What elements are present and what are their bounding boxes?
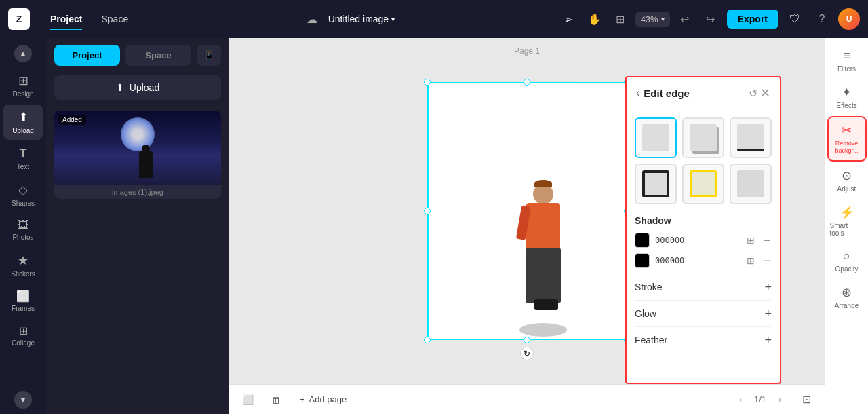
sidebar-item-design[interactable]: ⊞ Design	[3, 68, 43, 103]
sidebar-label-collage: Collage	[12, 339, 35, 347]
page-navigation: ‹ 1/1 ›	[732, 392, 788, 408]
effects-icon: ✦	[842, 85, 852, 100]
rs-item-filters[interactable]: ≡ Filters	[827, 43, 867, 78]
collage-icon: ⊞	[19, 324, 28, 337]
select-tool[interactable]: ➢	[558, 8, 580, 30]
rs-item-smart-tools[interactable]: ⚡ Smart tools	[827, 200, 867, 242]
document-name[interactable]: Untitled image ▾	[328, 14, 395, 24]
topbar-right: Export 🛡 ? U	[727, 8, 860, 30]
sidebar-label-stickers: Stickers	[11, 270, 35, 278]
feather-add-btn[interactable]: +	[764, 334, 772, 346]
rs-item-adjust[interactable]: ⊙ Adjust	[827, 163, 867, 198]
feather-label: Feather	[635, 335, 667, 345]
rs-label-opacity: Opacity	[835, 265, 859, 273]
edge-style-gray[interactable]	[730, 164, 772, 204]
edge-style-shadow[interactable]	[682, 117, 724, 158]
frame-tool[interactable]: ⊞	[610, 8, 631, 30]
edit-edge-close-btn[interactable]: ✕	[760, 86, 770, 100]
sidebar-item-upload[interactable]: ⬆ Upload	[3, 105, 43, 140]
next-page-btn[interactable]: ›	[772, 392, 788, 408]
figure-shadow	[519, 323, 567, 337]
handle-top-left[interactable]	[424, 79, 431, 86]
handle-mid-bottom[interactable]	[524, 337, 530, 343]
page-indicator: 1/1	[754, 394, 766, 404]
rs-item-arrange[interactable]: ⊛ Arrange	[827, 280, 867, 315]
add-page-icon: +	[300, 394, 305, 404]
rs-item-effects[interactable]: ✦ Effects	[827, 79, 867, 115]
edit-edge-header: ‹ Edit edge ↺ ✕	[627, 77, 780, 109]
pages-view-btn[interactable]: ⬜	[237, 390, 258, 410]
handle-bottom-left[interactable]	[424, 337, 431, 343]
glow-add-btn[interactable]: +	[764, 307, 772, 320]
sidebar-item-stickers[interactable]: ★ Stickers	[3, 248, 43, 283]
edit-edge-title: Edit edge	[644, 88, 746, 99]
edge-style-bold-border[interactable]	[635, 164, 677, 204]
handle-mid-top[interactable]	[524, 79, 530, 86]
sidebar-label-shapes: Shapes	[12, 200, 35, 207]
edge-style-plain[interactable]	[635, 117, 677, 158]
shadow-remove-btn-1[interactable]: −	[762, 233, 772, 248]
rs-item-opacity[interactable]: ○ Opacity	[827, 244, 867, 278]
sidebar-item-text[interactable]: T Text	[3, 141, 43, 176]
panel-tab-space[interactable]: Space	[125, 45, 191, 66]
shield-icon[interactable]: 🛡	[784, 8, 806, 30]
sidebar-item-photos[interactable]: 🖼 Photos	[3, 214, 43, 246]
panel-tab-project[interactable]: Project	[54, 45, 120, 66]
delete-btn[interactable]: 🗑	[266, 390, 286, 410]
redo-button[interactable]: ↪	[700, 8, 722, 30]
photos-icon: 🖼	[18, 219, 28, 231]
tab-space[interactable]: Space	[92, 10, 138, 29]
undo-button[interactable]: ↩	[674, 8, 696, 30]
mobile-view-btn[interactable]: 📱	[197, 45, 221, 66]
sidebar-item-frames[interactable]: ⬜ Frames	[3, 284, 43, 318]
zoom-control[interactable]: 43% ▾	[635, 12, 670, 27]
handle-mid-left[interactable]	[424, 208, 431, 214]
export-button[interactable]: Export	[727, 10, 778, 29]
edit-edge-back-btn[interactable]: ‹	[636, 87, 639, 99]
selected-image-container[interactable]: ↻	[427, 82, 627, 340]
bottom-bar: ⬜ 🗑 + Add page ‹ 1/1 › ⊡	[229, 384, 825, 414]
help-icon[interactable]: ?	[811, 8, 833, 30]
sidebar-label-upload: Upload	[12, 127, 34, 134]
shadow-color-swatch-2[interactable]	[635, 253, 650, 268]
rs-label-filters: Filters	[837, 65, 856, 73]
shapes-icon: ◇	[18, 183, 28, 197]
collapse-sidebar-btn[interactable]: ▲	[14, 45, 32, 62]
sidebar-label-frames: Frames	[12, 305, 35, 312]
rotate-handle[interactable]: ↻	[520, 347, 534, 360]
edge-style-yellow[interactable]	[682, 164, 724, 204]
pan-tool[interactable]: ✋	[584, 8, 606, 30]
shadow-color-swatch-1[interactable]	[635, 233, 650, 248]
tab-project[interactable]: Project	[41, 10, 92, 29]
figure-torso	[526, 203, 560, 250]
sidebar-item-collage[interactable]: ⊞ Collage	[3, 319, 43, 352]
add-page-btn[interactable]: + Add page	[294, 392, 352, 407]
fit-screen-btn[interactable]: ⊡	[796, 390, 816, 410]
cloud-icon: ☁	[301, 8, 323, 30]
adjust-icon: ⊙	[842, 168, 852, 183]
rs-item-remove-bg[interactable]: ✂ Remove backgr...	[827, 116, 867, 162]
figure-head	[533, 184, 553, 204]
user-avatar[interactable]: U	[838, 8, 860, 30]
sidebar-item-shapes[interactable]: ◇ Shapes	[3, 177, 43, 212]
add-page-label: Add page	[309, 394, 347, 404]
upload-button[interactable]: ⬆ Upload	[54, 75, 221, 100]
stroke-section-row: Stroke +	[635, 274, 772, 300]
main-layout: ▲ ⊞ Design ⬆ Upload T Text ◇ Shapes 🖼 Ph…	[0, 38, 868, 414]
media-item[interactable]: Added images (1).jpeg	[54, 111, 221, 199]
shadow-adjust-btn-2[interactable]: ⊞	[745, 254, 756, 267]
expand-sidebar-btn[interactable]: ▼	[14, 391, 32, 409]
edit-edge-reset-btn[interactable]: ↺	[746, 87, 760, 100]
edit-edge-panel: ‹ Edit edge ↺ ✕	[625, 76, 781, 384]
prev-page-btn[interactable]: ‹	[732, 392, 749, 408]
rs-label-remove-bg: Remove backgr...	[831, 140, 863, 155]
stroke-add-btn[interactable]: +	[764, 281, 772, 293]
media-grid: Added images (1).jpeg	[46, 105, 229, 414]
upload-icon: ⬆	[18, 110, 28, 125]
edge-style-border-bottom[interactable]	[730, 117, 772, 158]
figure-pants	[526, 248, 561, 303]
canvas-area: Page 1 ⬜ ⊞ ⧉ •••	[229, 38, 825, 414]
added-badge: Added	[58, 115, 86, 125]
shadow-adjust-btn-1[interactable]: ⊞	[745, 233, 756, 247]
shadow-remove-btn-2[interactable]: −	[762, 253, 772, 268]
